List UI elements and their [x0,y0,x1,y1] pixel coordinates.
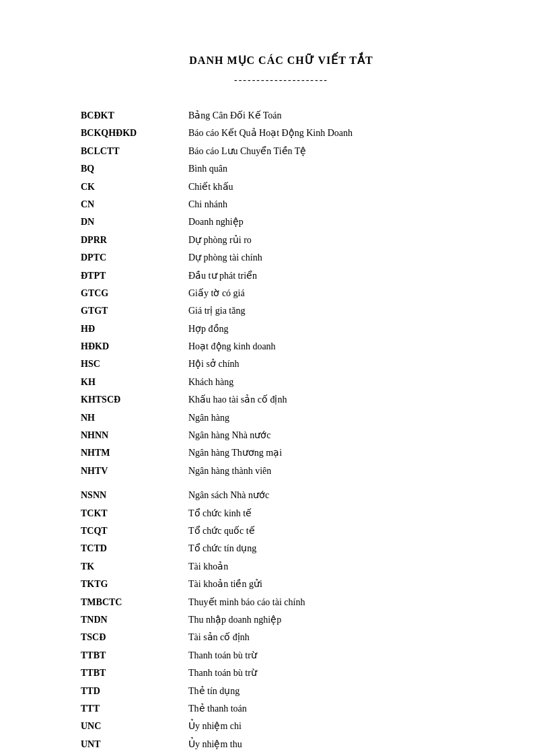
full-text: Hoạt động kinh doanh [188,338,482,355]
full-text: Báo cáo Lưu Chuyển Tiền Tệ [188,143,482,160]
abbreviation: GTCG [81,285,188,302]
list-item: TTTThẻ thanh toán [81,700,482,718]
full-text: Thanh toán bù trừ [188,664,482,682]
abbreviation: CK [81,178,188,196]
abbreviation-table: BCĐKTBảng Cân Đối Kế ToánBCKQHĐKDBáo cáo… [81,107,482,753]
full-text: Tài sản cố định [188,629,482,646]
list-item: NHTMNgân hàng Thương mại [81,444,482,462]
full-text: Báo cáo Kết Quả Hoạt Động Kinh Doanh [188,125,482,142]
full-text: Dự phòng tài chính [188,249,482,267]
abbreviation: ĐTPT [81,267,188,285]
abbreviation: DPTC [81,249,188,267]
divider: --------------------- [81,75,482,85]
abbreviation: BCLCTT [81,143,188,160]
abbreviation: TTBT [81,664,188,682]
abbreviation: TCTD [81,540,188,557]
list-item: BCLCTTBáo cáo Lưu Chuyển Tiền Tệ [81,143,482,160]
list-item: DNDoanh nghiệp [81,213,482,231]
abbreviation: NH [81,409,188,427]
full-text: Tổ chức quốc tế [188,522,482,540]
abbreviation: TK [81,558,188,576]
full-text: Chiết khấu [188,178,482,196]
list-item: NHNgân hàng [81,409,482,427]
list-item: KHTSCĐKhấu hao tài sản cố định [81,391,482,409]
full-text: Giấy tờ có giá [188,285,482,302]
full-text: Hợp đồng [188,320,482,338]
full-text: Hội sở chính [188,355,482,373]
abbreviation: KH [81,374,188,391]
abbreviation: BQ [81,160,188,178]
full-text: Tổ chức kinh tế [188,505,482,522]
abbreviation: NHNN [81,427,188,444]
abbreviation: CN [81,196,188,213]
list-item: TKTài khoản [81,558,482,576]
abbreviation: DN [81,213,188,231]
full-text: Ủy nhiệm thu [188,736,482,753]
list-item: TKTGTài khoản tiền gửi [81,576,482,593]
abbreviation: TNDN [81,611,188,629]
list-item: TTDThẻ tín dụng [81,683,482,700]
full-text: Bình quân [188,160,482,178]
abbreviation: UNT [81,736,188,753]
full-text: Thanh toán bù trừ [188,647,482,664]
list-item: NHTVNgân hàng thành viên [81,462,482,480]
abbreviation: TCQT [81,522,188,540]
list-item: TNDNThu nhập doanh nghiệp [81,611,482,629]
abbreviation: NHTV [81,462,188,480]
full-text: Giá trị gia tăng [188,302,482,320]
full-text: Ngân hàng [188,409,482,427]
full-text: Ủy nhiệm chi [188,718,482,735]
full-text: Thuyết minh báo cáo tài chính [188,594,482,611]
abbreviation: NHTM [81,444,188,462]
list-item: NHNNNgân hàng Nhà nước [81,427,482,444]
abbreviation: TKTG [81,576,188,593]
full-text: Ngân sách Nhà nước [188,487,482,504]
full-text: Thu nhập doanh nghiệp [188,611,482,629]
list-item: HSCHội sở chính [81,355,482,373]
abbreviation: TTBT [81,647,188,664]
abbreviation: KHTSCĐ [81,391,188,409]
abbreviation: NSNN [81,487,188,504]
full-text: Thẻ tín dụng [188,683,482,700]
abbreviation: UNC [81,718,188,735]
full-text: Dự phòng rủi ro [188,232,482,249]
list-item: BQBình quân [81,160,482,178]
list-item: BCKQHĐKDBáo cáo Kết Quả Hoạt Động Kinh D… [81,125,482,142]
list-item: CKChiết khấu [81,178,482,196]
list-item: DPTCDự phòng tài chính [81,249,482,267]
page-title: DANH MỤC CÁC CHỮ VIẾT TẮT [81,54,482,67]
list-item: UNCỦy nhiệm chi [81,718,482,735]
full-text: Thẻ thanh toán [188,700,482,718]
list-item: TCQTTổ chức quốc tế [81,522,482,540]
abbreviation: BCKQHĐKD [81,125,188,142]
full-text: Ngân hàng Thương mại [188,444,482,462]
abbreviation: TCKT [81,505,188,522]
list-item: TCKTTổ chức kinh tế [81,505,482,522]
list-item: KHKhách hàng [81,374,482,391]
full-text: Bảng Cân Đối Kế Toán [188,107,482,125]
list-item: TSCĐTài sản cố định [81,629,482,646]
list-item: BCĐKTBảng Cân Đối Kế Toán [81,107,482,125]
list-item: TTBTThanh toán bù trừ [81,664,482,682]
list-item: DPRRDự phòng rủi ro [81,232,482,249]
list-item: TCTDTổ chức tín dụng [81,540,482,557]
list-item: TTBTThanh toán bù trừ [81,647,482,664]
abbreviation: HSC [81,355,188,373]
abbreviation: DPRR [81,232,188,249]
full-text: Ngân hàng thành viên [188,462,482,480]
list-item: UNTỦy nhiệm thu [81,736,482,753]
full-text: Tổ chức tín dụng [188,540,482,557]
list-item: ĐTPTĐầu tư phát triển [81,267,482,285]
full-text: Khấu hao tài sản cố định [188,391,482,409]
abbreviation: TMBCTC [81,594,188,611]
list-item: CNChi nhánh [81,196,482,213]
list-item: GTGTGiá trị gia tăng [81,302,482,320]
abbreviation: TTD [81,683,188,700]
full-text: Chi nhánh [188,196,482,213]
list-item: TMBCTCThuyết minh báo cáo tài chính [81,594,482,611]
full-text: Đầu tư phát triển [188,267,482,285]
abbreviation: GTGT [81,302,188,320]
list-item: HĐHợp đồng [81,320,482,338]
full-text: Tài khoản [188,558,482,576]
list-item: GTCGGiấy tờ có giá [81,285,482,302]
